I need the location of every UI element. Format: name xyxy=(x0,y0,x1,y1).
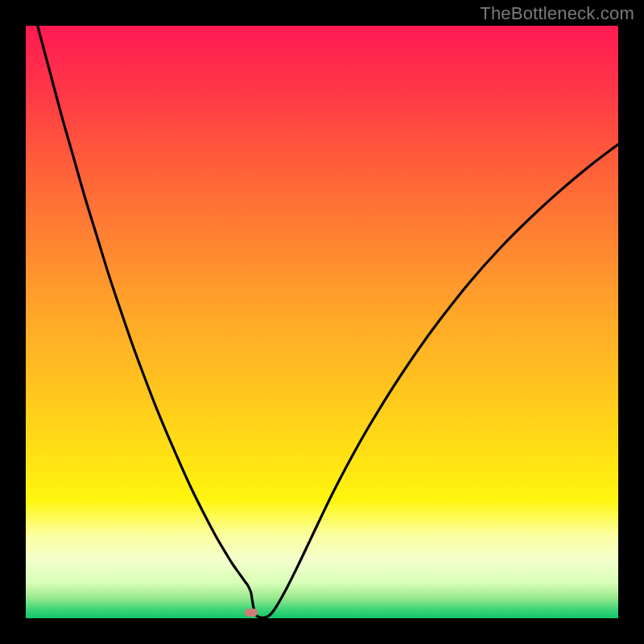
optimal-point-marker xyxy=(245,609,258,617)
plot-area xyxy=(26,26,618,618)
outer-frame: TheBottleneck.com xyxy=(0,0,644,644)
bottleneck-curve xyxy=(26,26,618,618)
watermark-text: TheBottleneck.com xyxy=(480,3,634,24)
